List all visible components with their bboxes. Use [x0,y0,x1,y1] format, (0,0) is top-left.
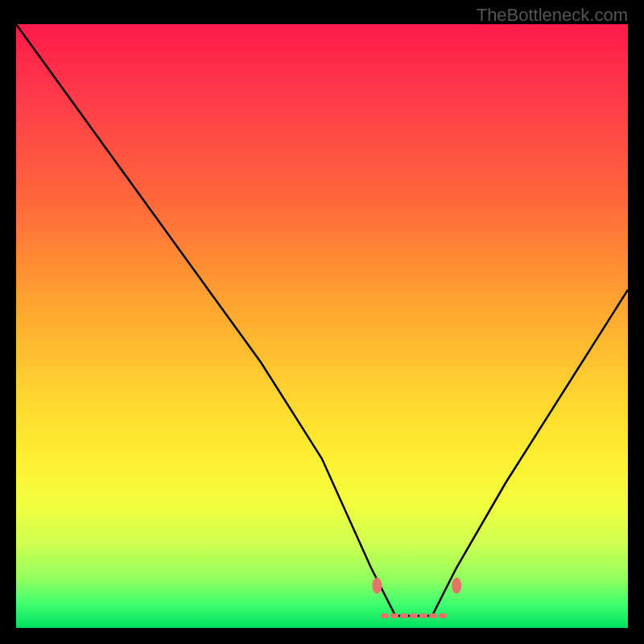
chart-container: TheBottleneck.com [0,0,644,644]
curve-svg [16,24,628,628]
bottleneck-curve [16,24,628,616]
curve-marker [452,578,461,594]
curve-marker [372,578,382,594]
plot-area [16,24,628,628]
watermark-text: TheBottleneck.com [477,5,628,26]
